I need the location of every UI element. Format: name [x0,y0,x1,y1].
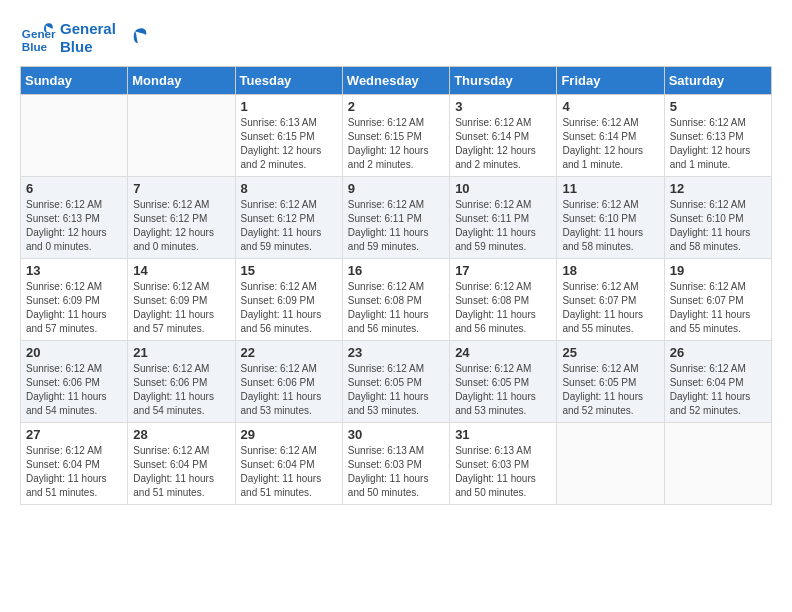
day-info: Sunrise: 6:12 AM Sunset: 6:08 PM Dayligh… [455,280,551,336]
col-header-monday: Monday [128,67,235,95]
day-number: 1 [241,99,337,114]
day-info: Sunrise: 6:12 AM Sunset: 6:09 PM Dayligh… [241,280,337,336]
day-info: Sunrise: 6:12 AM Sunset: 6:05 PM Dayligh… [562,362,658,418]
day-number: 10 [455,181,551,196]
calendar-cell: 16Sunrise: 6:12 AM Sunset: 6:08 PM Dayli… [342,259,449,341]
col-header-saturday: Saturday [664,67,771,95]
day-info: Sunrise: 6:12 AM Sunset: 6:13 PM Dayligh… [26,198,122,254]
week-row-2: 6Sunrise: 6:12 AM Sunset: 6:13 PM Daylig… [21,177,772,259]
col-header-wednesday: Wednesday [342,67,449,95]
calendar-cell: 5Sunrise: 6:12 AM Sunset: 6:13 PM Daylig… [664,95,771,177]
svg-text:Blue: Blue [22,40,48,53]
col-header-tuesday: Tuesday [235,67,342,95]
day-number: 4 [562,99,658,114]
calendar-cell: 6Sunrise: 6:12 AM Sunset: 6:13 PM Daylig… [21,177,128,259]
bird-icon [120,23,150,53]
day-info: Sunrise: 6:12 AM Sunset: 6:12 PM Dayligh… [133,198,229,254]
day-number: 27 [26,427,122,442]
calendar-cell: 2Sunrise: 6:12 AM Sunset: 6:15 PM Daylig… [342,95,449,177]
day-number: 18 [562,263,658,278]
day-number: 17 [455,263,551,278]
day-number: 14 [133,263,229,278]
logo-blue: Blue [60,38,116,56]
week-row-1: 1Sunrise: 6:13 AM Sunset: 6:15 PM Daylig… [21,95,772,177]
day-info: Sunrise: 6:12 AM Sunset: 6:08 PM Dayligh… [348,280,444,336]
calendar-cell [21,95,128,177]
day-info: Sunrise: 6:12 AM Sunset: 6:10 PM Dayligh… [562,198,658,254]
day-number: 15 [241,263,337,278]
calendar-cell: 8Sunrise: 6:12 AM Sunset: 6:12 PM Daylig… [235,177,342,259]
day-number: 24 [455,345,551,360]
week-row-5: 27Sunrise: 6:12 AM Sunset: 6:04 PM Dayli… [21,423,772,505]
svg-text:General: General [22,27,56,40]
day-number: 30 [348,427,444,442]
day-info: Sunrise: 6:12 AM Sunset: 6:06 PM Dayligh… [241,362,337,418]
calendar-cell: 18Sunrise: 6:12 AM Sunset: 6:07 PM Dayli… [557,259,664,341]
day-number: 29 [241,427,337,442]
day-number: 16 [348,263,444,278]
day-info: Sunrise: 6:12 AM Sunset: 6:12 PM Dayligh… [241,198,337,254]
day-info: Sunrise: 6:12 AM Sunset: 6:10 PM Dayligh… [670,198,766,254]
calendar-cell: 19Sunrise: 6:12 AM Sunset: 6:07 PM Dayli… [664,259,771,341]
day-number: 13 [26,263,122,278]
calendar-cell: 3Sunrise: 6:12 AM Sunset: 6:14 PM Daylig… [450,95,557,177]
calendar-cell: 12Sunrise: 6:12 AM Sunset: 6:10 PM Dayli… [664,177,771,259]
day-info: Sunrise: 6:12 AM Sunset: 6:09 PM Dayligh… [133,280,229,336]
logo: General Blue General Blue [20,20,150,56]
day-number: 31 [455,427,551,442]
day-info: Sunrise: 6:12 AM Sunset: 6:04 PM Dayligh… [241,444,337,500]
day-number: 2 [348,99,444,114]
calendar-cell [128,95,235,177]
day-info: Sunrise: 6:12 AM Sunset: 6:07 PM Dayligh… [670,280,766,336]
calendar-cell: 13Sunrise: 6:12 AM Sunset: 6:09 PM Dayli… [21,259,128,341]
calendar-cell: 11Sunrise: 6:12 AM Sunset: 6:10 PM Dayli… [557,177,664,259]
day-number: 7 [133,181,229,196]
day-number: 19 [670,263,766,278]
page-header: General Blue General Blue [20,20,772,56]
col-header-friday: Friday [557,67,664,95]
calendar-cell: 14Sunrise: 6:12 AM Sunset: 6:09 PM Dayli… [128,259,235,341]
day-info: Sunrise: 6:12 AM Sunset: 6:13 PM Dayligh… [670,116,766,172]
day-number: 23 [348,345,444,360]
day-info: Sunrise: 6:12 AM Sunset: 6:14 PM Dayligh… [562,116,658,172]
day-info: Sunrise: 6:12 AM Sunset: 6:09 PM Dayligh… [26,280,122,336]
calendar-cell [664,423,771,505]
col-header-sunday: Sunday [21,67,128,95]
day-number: 5 [670,99,766,114]
calendar-cell [557,423,664,505]
calendar-cell: 24Sunrise: 6:12 AM Sunset: 6:05 PM Dayli… [450,341,557,423]
day-info: Sunrise: 6:12 AM Sunset: 6:11 PM Dayligh… [455,198,551,254]
calendar-cell: 20Sunrise: 6:12 AM Sunset: 6:06 PM Dayli… [21,341,128,423]
day-number: 28 [133,427,229,442]
day-info: Sunrise: 6:13 AM Sunset: 6:03 PM Dayligh… [455,444,551,500]
calendar-cell: 7Sunrise: 6:12 AM Sunset: 6:12 PM Daylig… [128,177,235,259]
day-number: 26 [670,345,766,360]
day-info: Sunrise: 6:12 AM Sunset: 6:04 PM Dayligh… [670,362,766,418]
day-info: Sunrise: 6:12 AM Sunset: 6:14 PM Dayligh… [455,116,551,172]
calendar-cell: 31Sunrise: 6:13 AM Sunset: 6:03 PM Dayli… [450,423,557,505]
day-number: 22 [241,345,337,360]
day-info: Sunrise: 6:12 AM Sunset: 6:05 PM Dayligh… [455,362,551,418]
logo-general: General [60,20,116,38]
day-info: Sunrise: 6:12 AM Sunset: 6:06 PM Dayligh… [133,362,229,418]
week-row-4: 20Sunrise: 6:12 AM Sunset: 6:06 PM Dayli… [21,341,772,423]
calendar-cell: 15Sunrise: 6:12 AM Sunset: 6:09 PM Dayli… [235,259,342,341]
calendar-cell: 28Sunrise: 6:12 AM Sunset: 6:04 PM Dayli… [128,423,235,505]
day-number: 11 [562,181,658,196]
day-info: Sunrise: 6:12 AM Sunset: 6:05 PM Dayligh… [348,362,444,418]
day-number: 21 [133,345,229,360]
day-number: 20 [26,345,122,360]
day-number: 9 [348,181,444,196]
calendar-cell: 27Sunrise: 6:12 AM Sunset: 6:04 PM Dayli… [21,423,128,505]
day-info: Sunrise: 6:13 AM Sunset: 6:03 PM Dayligh… [348,444,444,500]
calendar-cell: 23Sunrise: 6:12 AM Sunset: 6:05 PM Dayli… [342,341,449,423]
calendar-cell: 29Sunrise: 6:12 AM Sunset: 6:04 PM Dayli… [235,423,342,505]
calendar-cell: 9Sunrise: 6:12 AM Sunset: 6:11 PM Daylig… [342,177,449,259]
calendar-cell: 10Sunrise: 6:12 AM Sunset: 6:11 PM Dayli… [450,177,557,259]
day-number: 12 [670,181,766,196]
day-number: 6 [26,181,122,196]
col-header-thursday: Thursday [450,67,557,95]
day-info: Sunrise: 6:12 AM Sunset: 6:15 PM Dayligh… [348,116,444,172]
day-info: Sunrise: 6:13 AM Sunset: 6:15 PM Dayligh… [241,116,337,172]
day-info: Sunrise: 6:12 AM Sunset: 6:04 PM Dayligh… [26,444,122,500]
